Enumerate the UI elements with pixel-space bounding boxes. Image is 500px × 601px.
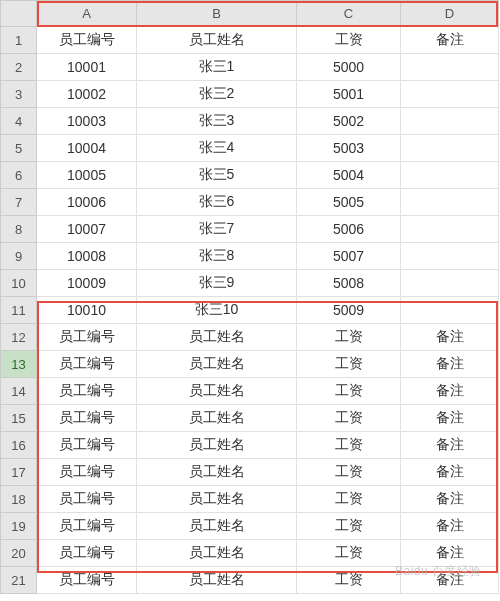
cell-A10[interactable]: 10009 [37,270,137,297]
cell-D15[interactable]: 备注 [401,405,499,432]
cell-C18[interactable]: 工资 [297,486,401,513]
cell-D20[interactable]: 备注 [401,540,499,567]
cell-B2[interactable]: 张三1 [137,54,297,81]
cell-D18[interactable]: 备注 [401,486,499,513]
cell-B3[interactable]: 张三2 [137,81,297,108]
col-header-A[interactable]: A [37,1,137,27]
row-header-7[interactable]: 7 [1,189,37,216]
cell-A6[interactable]: 10005 [37,162,137,189]
cell-D11[interactable] [401,297,499,324]
row-header-11[interactable]: 11 [1,297,37,324]
cell-A17[interactable]: 员工编号 [37,459,137,486]
cell-C11[interactable]: 5009 [297,297,401,324]
cell-C13[interactable]: 工资 [297,351,401,378]
cell-B17[interactable]: 员工姓名 [137,459,297,486]
cell-C12[interactable]: 工资 [297,324,401,351]
cell-D17[interactable]: 备注 [401,459,499,486]
cell-B13[interactable]: 员工姓名 [137,351,297,378]
row-header-16[interactable]: 16 [1,432,37,459]
cell-B19[interactable]: 员工姓名 [137,513,297,540]
cell-A16[interactable]: 员工编号 [37,432,137,459]
cell-C2[interactable]: 5000 [297,54,401,81]
cell-D13[interactable]: 备注 [401,351,499,378]
cell-D9[interactable] [401,243,499,270]
cell-A18[interactable]: 员工编号 [37,486,137,513]
cell-A4[interactable]: 10003 [37,108,137,135]
cell-D7[interactable] [401,189,499,216]
cell-B4[interactable]: 张三3 [137,108,297,135]
cell-C10[interactable]: 5008 [297,270,401,297]
cell-C17[interactable]: 工资 [297,459,401,486]
cell-D2[interactable] [401,54,499,81]
row-header-10[interactable]: 10 [1,270,37,297]
cell-C8[interactable]: 5006 [297,216,401,243]
cell-B15[interactable]: 员工姓名 [137,405,297,432]
cell-A12[interactable]: 员工编号 [37,324,137,351]
cell-A21[interactable]: 员工编号 [37,567,137,594]
cell-C6[interactable]: 5004 [297,162,401,189]
row-header-14[interactable]: 14 [1,378,37,405]
col-header-D[interactable]: D [401,1,499,27]
cell-C1[interactable]: 工资 [297,27,401,54]
cell-C4[interactable]: 5002 [297,108,401,135]
row-header-1[interactable]: 1 [1,27,37,54]
cell-C21[interactable]: 工资 [297,567,401,594]
cell-A19[interactable]: 员工编号 [37,513,137,540]
cell-D5[interactable] [401,135,499,162]
cell-C7[interactable]: 5005 [297,189,401,216]
row-header-20[interactable]: 20 [1,540,37,567]
cell-B14[interactable]: 员工姓名 [137,378,297,405]
cell-B5[interactable]: 张三4 [137,135,297,162]
row-header-18[interactable]: 18 [1,486,37,513]
cell-B18[interactable]: 员工姓名 [137,486,297,513]
cell-B6[interactable]: 张三5 [137,162,297,189]
cell-C20[interactable]: 工资 [297,540,401,567]
cell-D3[interactable] [401,81,499,108]
cell-D14[interactable]: 备注 [401,378,499,405]
cell-D21[interactable]: 备注 [401,567,499,594]
cell-D8[interactable] [401,216,499,243]
cell-A14[interactable]: 员工编号 [37,378,137,405]
cell-B7[interactable]: 张三6 [137,189,297,216]
row-header-3[interactable]: 3 [1,81,37,108]
col-header-B[interactable]: B [137,1,297,27]
row-header-15[interactable]: 15 [1,405,37,432]
cell-B16[interactable]: 员工姓名 [137,432,297,459]
row-header-17[interactable]: 17 [1,459,37,486]
cell-A9[interactable]: 10008 [37,243,137,270]
cell-D4[interactable] [401,108,499,135]
row-header-19[interactable]: 19 [1,513,37,540]
row-header-6[interactable]: 6 [1,162,37,189]
cell-C16[interactable]: 工资 [297,432,401,459]
cell-D10[interactable] [401,270,499,297]
row-header-2[interactable]: 2 [1,54,37,81]
cell-B12[interactable]: 员工姓名 [137,324,297,351]
cell-B11[interactable]: 张三10 [137,297,297,324]
cell-D19[interactable]: 备注 [401,513,499,540]
cell-B20[interactable]: 员工姓名 [137,540,297,567]
cell-A5[interactable]: 10004 [37,135,137,162]
cell-B8[interactable]: 张三7 [137,216,297,243]
cell-A15[interactable]: 员工编号 [37,405,137,432]
cell-A7[interactable]: 10006 [37,189,137,216]
col-header-C[interactable]: C [297,1,401,27]
cell-D6[interactable] [401,162,499,189]
row-header-4[interactable]: 4 [1,108,37,135]
cell-C3[interactable]: 5001 [297,81,401,108]
row-header-8[interactable]: 8 [1,216,37,243]
cell-C15[interactable]: 工资 [297,405,401,432]
row-header-21[interactable]: 21 [1,567,37,594]
cell-B21[interactable]: 员工姓名 [137,567,297,594]
cell-A11[interactable]: 10010 [37,297,137,324]
cell-C5[interactable]: 5003 [297,135,401,162]
cell-D12[interactable]: 备注 [401,324,499,351]
row-header-9[interactable]: 9 [1,243,37,270]
select-all-corner[interactable] [1,1,37,27]
cell-A20[interactable]: 员工编号 [37,540,137,567]
cell-D1[interactable]: 备注 [401,27,499,54]
cell-B10[interactable]: 张三9 [137,270,297,297]
cell-A13[interactable]: 员工编号 [37,351,137,378]
cell-A2[interactable]: 10001 [37,54,137,81]
cell-C9[interactable]: 5007 [297,243,401,270]
cell-A3[interactable]: 10002 [37,81,137,108]
